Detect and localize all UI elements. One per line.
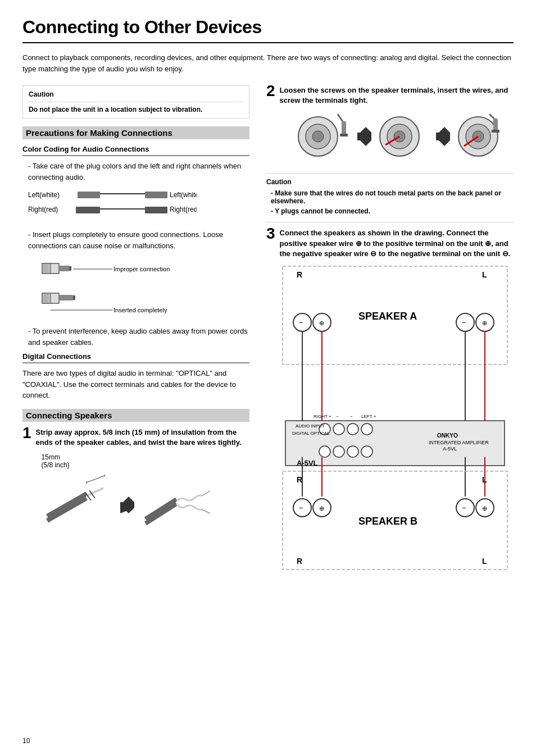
- svg-line-33: [87, 476, 105, 482]
- svg-rect-1: [78, 192, 100, 198]
- svg-text:R: R: [297, 475, 302, 484]
- wire-strip-svg: [42, 471, 227, 539]
- audio-diagram: Left(white) Left(white) Right(red) Right…: [28, 188, 249, 224]
- svg-line-41: [202, 491, 210, 496]
- svg-text:⊕: ⊕: [319, 320, 324, 326]
- svg-text:LEFT +: LEFT +: [361, 414, 376, 419]
- svg-rect-7: [100, 208, 145, 210]
- step-2-wrapper: 2 Loosen the screws on the speaker termi…: [266, 85, 514, 167]
- svg-marker-58: [436, 133, 450, 140]
- svg-rect-48: [340, 134, 348, 136]
- step-3-wrapper: 3 Connect the speakers as shown in the d…: [266, 228, 514, 574]
- speaker-diagram-svg: R L SPEAKER A − ⊕ − ⊕: [280, 263, 516, 572]
- right-column: 2 Loosen the screws on the speaker termi…: [266, 85, 514, 580]
- svg-point-87: [333, 423, 344, 435]
- step-1-text: Strip away approx. 5/8 inch (15 mm) of i…: [36, 427, 249, 448]
- svg-text:−: −: [336, 414, 339, 419]
- connector-svg: Improper connection Inserted completely: [39, 257, 174, 318]
- step-1-number: 1: [22, 425, 31, 441]
- svg-point-89: [361, 423, 373, 435]
- color-bullet-2: Insert plugs completely to ensure good c…: [22, 229, 249, 251]
- step-2-number: 2: [266, 83, 275, 99]
- svg-text:−: −: [299, 504, 303, 512]
- color-bullet-1: Take care of the plug colors and the lef…: [22, 161, 249, 183]
- page-title: Connecting to Other Devices: [22, 17, 514, 38]
- svg-text:DIGITAL OPTICAL: DIGITAL OPTICAL: [292, 431, 330, 436]
- svg-line-30: [87, 488, 103, 496]
- svg-point-90: [319, 446, 330, 457]
- step-3-text: Connect the speakers as shown in the dra…: [280, 228, 516, 259]
- svg-rect-47: [342, 121, 346, 135]
- step-2-content: Loosen the screws on the speaker termina…: [280, 85, 514, 167]
- svg-marker-51: [357, 133, 371, 140]
- svg-text:Left(white): Left(white): [170, 191, 197, 199]
- svg-rect-2: [100, 193, 145, 194]
- svg-text:Left(white): Left(white): [28, 191, 60, 199]
- svg-text:ONKYO: ONKYO: [437, 432, 458, 439]
- audio-svg: Left(white) Left(white) Right(red) Right…: [28, 188, 197, 222]
- step-1-content: Strip away approx. 5/8 inch (15 mm) of i…: [36, 427, 249, 540]
- svg-text:Right(red): Right(red): [28, 206, 58, 213]
- svg-marker-49: [360, 127, 371, 133]
- svg-text:−: −: [462, 504, 466, 512]
- svg-text:AUDIO INPUT: AUDIO INPUT: [296, 423, 325, 429]
- svg-line-29: [47, 498, 87, 521]
- svg-text:SPEAKER A: SPEAKER A: [358, 311, 417, 322]
- caution-box-2: Caution Make sure that the wires do not …: [266, 173, 514, 222]
- svg-text:Improper connection: Improper connection: [113, 266, 170, 272]
- svg-rect-23: [73, 295, 75, 300]
- mm-label: 15mm (5/8 inch): [42, 453, 249, 469]
- svg-rect-8: [145, 207, 167, 213]
- svg-line-42: [202, 509, 210, 513]
- svg-text:R: R: [297, 557, 302, 566]
- svg-line-46: [338, 114, 343, 122]
- svg-marker-57: [439, 140, 450, 146]
- svg-text:⊕: ⊕: [482, 320, 487, 326]
- svg-rect-24: [42, 293, 51, 303]
- svg-rect-14: [69, 266, 71, 271]
- digital-header: Digital Connections: [22, 352, 249, 363]
- svg-rect-3: [145, 192, 167, 198]
- svg-text:INTEGRATED AMPLIFIER: INTEGRATED AMPLIFIER: [429, 440, 489, 445]
- svg-text:Inserted completely: Inserted completely: [113, 307, 167, 313]
- caution-item-2: Y plugs cannot be connected.: [266, 207, 514, 215]
- svg-text:−: −: [350, 414, 353, 419]
- svg-rect-22: [59, 295, 73, 300]
- caution-title-1: Caution: [29, 90, 243, 98]
- svg-point-91: [333, 446, 344, 457]
- svg-text:−: −: [462, 318, 466, 327]
- main-content: Caution Do not place the unit in a locat…: [22, 85, 514, 580]
- svg-text:L: L: [482, 557, 487, 566]
- step-2-text: Loosen the screws on the speaker termina…: [280, 85, 514, 106]
- svg-text:Right(red): Right(red): [170, 206, 197, 213]
- svg-point-88: [347, 423, 358, 435]
- svg-text:A-5VL: A-5VL: [297, 459, 318, 467]
- svg-text:L: L: [482, 475, 487, 484]
- wire-strip-diagram: 15mm (5/8 inch): [42, 453, 249, 540]
- svg-rect-13: [59, 266, 69, 271]
- svg-text:RIGHT +: RIGHT +: [314, 414, 331, 419]
- caution-title-2: Caution: [266, 178, 514, 186]
- step-3-content: Connect the speakers as shown in the dra…: [280, 228, 516, 574]
- caution-text-1: Do not place the unit in a location subj…: [29, 106, 243, 113]
- caution-box-1: Caution Do not place the unit in a locat…: [22, 85, 249, 119]
- left-column: Caution Do not place the unit in a locat…: [22, 85, 249, 580]
- svg-rect-6: [76, 207, 100, 213]
- svg-text:⊕: ⊕: [319, 505, 324, 512]
- svg-point-92: [347, 446, 358, 457]
- color-coding-header: Color Coding for Audio Connections: [22, 145, 249, 156]
- svg-text:−: −: [299, 318, 303, 327]
- connector-diagram: Improper connection Inserted completely: [39, 257, 249, 320]
- digital-text: There are two types of digital audio in …: [22, 368, 249, 401]
- step-1-wrapper: 1 Strip away approx. 5/8 inch (15 mm) of…: [22, 427, 249, 540]
- svg-text:SPEAKER B: SPEAKER B: [358, 516, 417, 527]
- terminal-diagram: [280, 111, 514, 162]
- svg-text:L: L: [482, 270, 487, 279]
- svg-point-93: [361, 446, 373, 457]
- caution-item-1: Make sure that the wires do not touch me…: [266, 189, 514, 205]
- speakers-header: Connecting Speakers: [22, 409, 249, 422]
- svg-rect-15: [42, 263, 51, 274]
- svg-marker-56: [439, 127, 450, 133]
- color-bullet-3: To prevent interference, keep audio cabl…: [22, 326, 249, 348]
- intro-text: Connect to playback components, recordin…: [22, 52, 514, 74]
